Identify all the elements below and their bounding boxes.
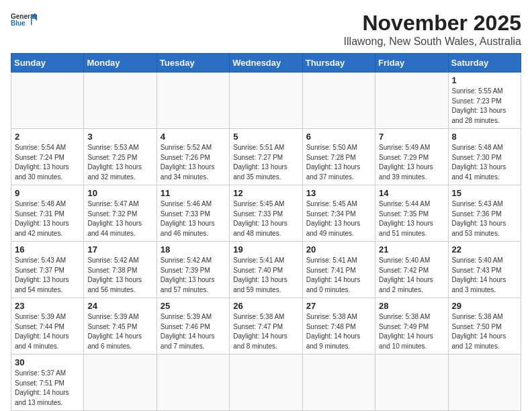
svg-text:General: General: [11, 13, 36, 20]
day-info: Sunrise: 5:39 AM Sunset: 7:46 PM Dayligh…: [161, 312, 226, 351]
calendar-cell: 5Sunrise: 5:51 AM Sunset: 7:27 PM Daylig…: [230, 129, 302, 185]
day-info: Sunrise: 5:37 AM Sunset: 7:51 PM Dayligh…: [15, 369, 80, 408]
day-info: Sunrise: 5:54 AM Sunset: 7:24 PM Dayligh…: [15, 143, 80, 182]
weekday-header-tuesday: Tuesday: [157, 54, 229, 73]
calendar-cell: 29Sunrise: 5:38 AM Sunset: 7:50 PM Dayli…: [448, 298, 521, 355]
day-number: 23: [15, 301, 80, 311]
day-number: 4: [161, 132, 226, 142]
day-info: Sunrise: 5:42 AM Sunset: 7:39 PM Dayligh…: [161, 256, 226, 295]
calendar-cell: 12Sunrise: 5:45 AM Sunset: 7:33 PM Dayli…: [230, 185, 302, 242]
calendar-cell: [230, 355, 302, 411]
calendar-cell: 22Sunrise: 5:40 AM Sunset: 7:43 PM Dayli…: [448, 242, 521, 298]
day-number: 21: [379, 244, 444, 255]
svg-text:Blue: Blue: [11, 19, 26, 27]
day-number: 15: [452, 188, 517, 198]
day-number: 12: [233, 188, 298, 198]
calendar-cell: 21Sunrise: 5:40 AM Sunset: 7:42 PM Dayli…: [375, 242, 448, 298]
logo-svg: General Blue: [11, 11, 38, 31]
calendar-cell: [84, 73, 157, 129]
day-info: Sunrise: 5:39 AM Sunset: 7:45 PM Dayligh…: [87, 312, 152, 351]
calendar-cell: [375, 355, 448, 411]
day-number: 24: [87, 301, 152, 311]
day-info: Sunrise: 5:41 AM Sunset: 7:40 PM Dayligh…: [233, 256, 298, 295]
calendar-week-1: 1Sunrise: 5:55 AM Sunset: 7:23 PM Daylig…: [11, 73, 521, 129]
day-info: Sunrise: 5:40 AM Sunset: 7:43 PM Dayligh…: [452, 256, 517, 295]
calendar-cell: 1Sunrise: 5:55 AM Sunset: 7:23 PM Daylig…: [448, 73, 521, 129]
calendar-cell: 26Sunrise: 5:38 AM Sunset: 7:47 PM Dayli…: [230, 298, 302, 355]
day-number: 16: [15, 244, 80, 255]
day-info: Sunrise: 5:43 AM Sunset: 7:36 PM Dayligh…: [452, 199, 517, 238]
calendar-cell: [157, 73, 229, 129]
day-info: Sunrise: 5:55 AM Sunset: 7:23 PM Dayligh…: [452, 87, 517, 126]
calendar-cell: 20Sunrise: 5:41 AM Sunset: 7:41 PM Dayli…: [302, 242, 375, 298]
calendar-cell: 19Sunrise: 5:41 AM Sunset: 7:40 PM Dayli…: [230, 242, 302, 298]
day-number: 18: [161, 244, 226, 255]
weekday-header-sunday: Sunday: [11, 54, 84, 73]
calendar-cell: 2Sunrise: 5:54 AM Sunset: 7:24 PM Daylig…: [11, 129, 84, 185]
calendar-cell: [375, 73, 448, 129]
calendar-cell: 10Sunrise: 5:47 AM Sunset: 7:32 PM Dayli…: [84, 185, 157, 242]
calendar-cell: 8Sunrise: 5:48 AM Sunset: 7:30 PM Daylig…: [448, 129, 521, 185]
calendar-cell: 17Sunrise: 5:42 AM Sunset: 7:38 PM Dayli…: [84, 242, 157, 298]
day-number: 29: [452, 301, 517, 311]
calendar-cell: [11, 73, 84, 129]
day-info: Sunrise: 5:52 AM Sunset: 7:26 PM Dayligh…: [161, 143, 226, 182]
day-number: 25: [161, 301, 226, 311]
day-number: 2: [15, 132, 80, 142]
month-title: November 2025: [344, 11, 521, 36]
calendar-cell: 6Sunrise: 5:50 AM Sunset: 7:28 PM Daylig…: [302, 129, 375, 185]
day-number: 22: [452, 244, 517, 255]
calendar-cell: [302, 355, 375, 411]
calendar-week-2: 2Sunrise: 5:54 AM Sunset: 7:24 PM Daylig…: [11, 129, 521, 185]
day-number: 17: [87, 244, 152, 255]
day-info: Sunrise: 5:46 AM Sunset: 7:33 PM Dayligh…: [161, 199, 226, 238]
day-number: 3: [87, 132, 152, 142]
weekday-header-saturday: Saturday: [448, 54, 521, 73]
calendar-cell: 13Sunrise: 5:45 AM Sunset: 7:34 PM Dayli…: [302, 185, 375, 242]
day-number: 5: [233, 132, 298, 142]
day-info: Sunrise: 5:44 AM Sunset: 7:35 PM Dayligh…: [379, 199, 444, 238]
day-number: 13: [306, 188, 371, 198]
day-info: Sunrise: 5:45 AM Sunset: 7:33 PM Dayligh…: [233, 199, 298, 238]
calendar-cell: 18Sunrise: 5:42 AM Sunset: 7:39 PM Dayli…: [157, 242, 229, 298]
day-info: Sunrise: 5:43 AM Sunset: 7:37 PM Dayligh…: [15, 256, 80, 295]
day-info: Sunrise: 5:41 AM Sunset: 7:41 PM Dayligh…: [306, 256, 371, 295]
day-info: Sunrise: 5:49 AM Sunset: 7:29 PM Dayligh…: [379, 143, 444, 182]
calendar-week-4: 16Sunrise: 5:43 AM Sunset: 7:37 PM Dayli…: [11, 242, 521, 298]
day-info: Sunrise: 5:38 AM Sunset: 7:49 PM Dayligh…: [379, 312, 444, 351]
day-number: 6: [306, 132, 371, 142]
day-info: Sunrise: 5:51 AM Sunset: 7:27 PM Dayligh…: [233, 143, 298, 182]
calendar-cell: 15Sunrise: 5:43 AM Sunset: 7:36 PM Dayli…: [448, 185, 521, 242]
calendar-cell: 25Sunrise: 5:39 AM Sunset: 7:46 PM Dayli…: [157, 298, 229, 355]
day-number: 14: [379, 188, 444, 198]
calendar-cell: 27Sunrise: 5:38 AM Sunset: 7:48 PM Dayli…: [302, 298, 375, 355]
calendar-cell: 3Sunrise: 5:53 AM Sunset: 7:25 PM Daylig…: [84, 129, 157, 185]
day-info: Sunrise: 5:45 AM Sunset: 7:34 PM Dayligh…: [306, 199, 371, 238]
svg-rect-3: [31, 14, 32, 25]
day-info: Sunrise: 5:48 AM Sunset: 7:30 PM Dayligh…: [452, 143, 517, 182]
day-number: 7: [379, 132, 444, 142]
calendar-table: SundayMondayTuesdayWednesdayThursdayFrid…: [11, 53, 521, 411]
day-number: 28: [379, 301, 444, 311]
weekday-header-wednesday: Wednesday: [230, 54, 302, 73]
calendar-week-3: 9Sunrise: 5:48 AM Sunset: 7:31 PM Daylig…: [11, 185, 521, 242]
day-info: Sunrise: 5:48 AM Sunset: 7:31 PM Dayligh…: [15, 199, 80, 238]
calendar-cell: 28Sunrise: 5:38 AM Sunset: 7:49 PM Dayli…: [375, 298, 448, 355]
calendar-cell: [302, 73, 375, 129]
day-info: Sunrise: 5:39 AM Sunset: 7:44 PM Dayligh…: [15, 312, 80, 351]
day-info: Sunrise: 5:50 AM Sunset: 7:28 PM Dayligh…: [306, 143, 371, 182]
calendar-cell: 11Sunrise: 5:46 AM Sunset: 7:33 PM Dayli…: [157, 185, 229, 242]
day-number: 30: [15, 357, 80, 367]
location: Illawong, New South Wales, Australia: [344, 36, 521, 48]
calendar-cell: [230, 73, 302, 129]
calendar-cell: [157, 355, 229, 411]
day-info: Sunrise: 5:38 AM Sunset: 7:48 PM Dayligh…: [306, 312, 371, 351]
day-info: Sunrise: 5:53 AM Sunset: 7:25 PM Dayligh…: [87, 143, 152, 182]
day-info: Sunrise: 5:47 AM Sunset: 7:32 PM Dayligh…: [87, 199, 152, 238]
calendar-cell: 14Sunrise: 5:44 AM Sunset: 7:35 PM Dayli…: [375, 185, 448, 242]
calendar-cell: 30Sunrise: 5:37 AM Sunset: 7:51 PM Dayli…: [11, 355, 84, 411]
calendar-cell: [448, 355, 521, 411]
title-area: November 2025 Illawong, New South Wales,…: [344, 11, 521, 48]
day-number: 8: [452, 132, 517, 142]
day-number: 9: [15, 188, 80, 198]
